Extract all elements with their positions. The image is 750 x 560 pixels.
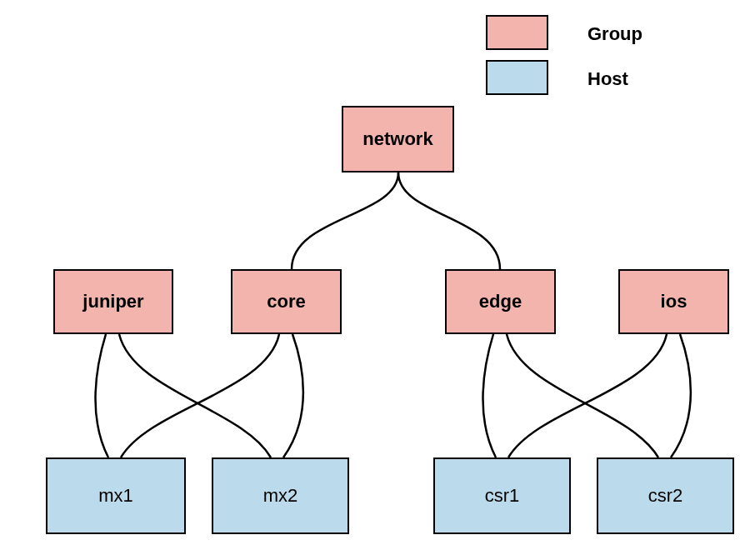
node-mx1-label: mx1 [98, 485, 133, 507]
legend-group-label: Group [588, 23, 642, 45]
node-mx2-label: mx2 [263, 485, 298, 507]
node-csr1: csr1 [433, 458, 571, 534]
node-core: core [231, 269, 342, 334]
node-ios: ios [618, 269, 729, 334]
node-network-label: network [362, 128, 432, 150]
node-juniper-label: juniper [82, 291, 143, 312]
node-edge-label: edge [479, 291, 522, 312]
legend-host-swatch [486, 60, 548, 95]
node-csr1-label: csr1 [485, 485, 520, 507]
legend-group-swatch [486, 15, 548, 50]
legend-host-label: Host [588, 68, 628, 90]
node-mx2: mx2 [212, 458, 349, 534]
node-network: network [342, 106, 454, 172]
node-core-label: core [267, 291, 305, 312]
node-csr2-label: csr2 [648, 485, 683, 507]
node-ios-label: ios [661, 291, 688, 312]
node-juniper: juniper [53, 269, 173, 334]
node-csr2: csr2 [597, 458, 734, 534]
node-mx1: mx1 [46, 458, 186, 534]
node-edge: edge [445, 269, 556, 334]
